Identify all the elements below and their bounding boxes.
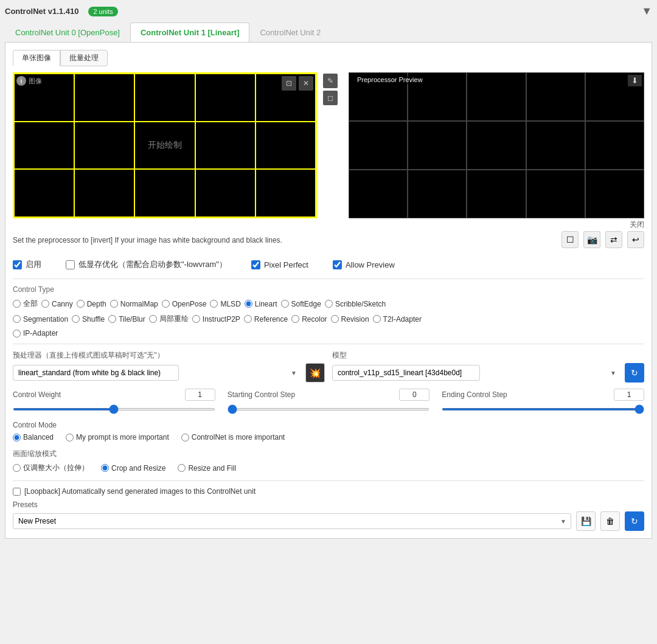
clear-canvas-btn[interactable]: ⊡ xyxy=(282,76,296,91)
preview-download-btn[interactable]: ⬇ xyxy=(628,75,642,86)
radio-lineart[interactable]: Lineart xyxy=(245,299,277,309)
app-title: ControlNet v1.1.410 xyxy=(5,7,78,16)
radio-softedge-input[interactable] xyxy=(281,300,289,308)
radio-scribble[interactable]: Scribble/Sketch xyxy=(325,299,386,309)
resize-crop-input[interactable] xyxy=(101,464,109,472)
tab-unit0[interactable]: ControlNet Unit 0 [OpenPose] xyxy=(5,23,130,42)
canvas-cell xyxy=(195,169,255,217)
starting-step-slider[interactable] xyxy=(228,408,430,410)
radio-recolor[interactable]: Recolor xyxy=(291,314,327,324)
remove-canvas-btn[interactable]: ✕ xyxy=(299,76,313,91)
eraser-tool-btn[interactable]: ◻ xyxy=(323,91,338,105)
mode-prompt-more[interactable]: My prompt is more important xyxy=(66,433,169,441)
canvas-cell xyxy=(195,122,255,170)
download-icon[interactable]: ⬇ xyxy=(628,75,642,86)
radio-depth[interactable]: Depth xyxy=(77,299,106,309)
radio-t2i-input[interactable] xyxy=(373,315,381,323)
mode-controlnet-more[interactable]: ControlNet is more important xyxy=(181,433,285,441)
radio-segmentation[interactable]: Segmentation xyxy=(13,314,68,324)
lowvram-checkbox[interactable] xyxy=(66,260,75,269)
resize-fill[interactable]: Resize and Fill xyxy=(178,463,236,473)
radio-openpose[interactable]: OpenPose xyxy=(162,299,207,309)
loopback-label[interactable]: [Loopback] Automatically send generated … xyxy=(13,487,255,496)
resize-crop[interactable]: Crop and Resize xyxy=(101,463,165,473)
turn-icon-btn[interactable]: ↩ xyxy=(627,231,644,248)
pixel-perfect-checkbox[interactable] xyxy=(251,260,260,269)
tab-unit1[interactable]: ControlNet Unit 1 [Lineart] xyxy=(130,23,250,42)
pixel-perfect-checkbox-item[interactable]: Pixel Perfect xyxy=(251,260,308,269)
header-dropdown-arrow[interactable]: ▼ xyxy=(641,5,652,18)
radio-openpose-input[interactable] xyxy=(162,300,170,308)
enable-checkbox[interactable] xyxy=(13,260,22,269)
canvas-side-tools: ✎ ◻ xyxy=(323,74,338,105)
radio-shuffle-input[interactable] xyxy=(72,315,80,323)
tab-unit2[interactable]: ControlNet Unit 2 xyxy=(249,23,331,42)
model-refresh-btn[interactable]: ↻ xyxy=(625,363,644,383)
preprocessor-select-wrapper: lineart_standard (from white bg & black … xyxy=(13,365,302,381)
new-canvas-icon-btn[interactable]: ☐ xyxy=(561,231,579,248)
swap-icon-btn[interactable]: ⇄ xyxy=(605,231,622,248)
radio-segmentation-input[interactable] xyxy=(13,315,21,323)
mode-balanced[interactable]: Balanced xyxy=(13,433,54,441)
radio-revision-input[interactable] xyxy=(331,315,339,323)
lowvram-checkbox-item[interactable]: 低显存优化（需配合启动参数"-lowvram"） xyxy=(66,259,227,270)
radio-instructp2p-input[interactable] xyxy=(192,315,200,323)
radio-tile[interactable]: Tile/Blur xyxy=(108,314,145,324)
ending-step-slider[interactable] xyxy=(442,408,644,410)
presets-refresh-btn[interactable]: ↻ xyxy=(625,511,644,531)
control-weight-slider[interactable] xyxy=(13,408,215,410)
loopback-checkbox[interactable] xyxy=(13,488,21,496)
radio-local-repaint[interactable]: 局部重绘 xyxy=(149,314,189,324)
radio-normalmap-input[interactable] xyxy=(110,300,118,308)
radio-all-input[interactable] xyxy=(13,300,21,308)
radio-instructp2p[interactable]: InstructP2P xyxy=(192,314,240,324)
sub-tab-single[interactable]: 单张图像 xyxy=(13,50,60,66)
resize-label: 画面缩放模式 xyxy=(13,449,644,459)
radio-softedge[interactable]: SoftEdge xyxy=(281,299,321,309)
pencil-tool-btn[interactable]: ✎ xyxy=(323,74,338,88)
mode-prompt-more-input[interactable] xyxy=(66,434,74,441)
resize-fill-input[interactable] xyxy=(178,464,186,472)
radio-shuffle[interactable]: Shuffle xyxy=(72,314,105,324)
radio-reference[interactable]: Reference xyxy=(244,314,288,324)
camera-icon-btn[interactable]: 📷 xyxy=(583,231,600,248)
enable-checkbox-item[interactable]: 启用 xyxy=(13,259,41,270)
radio-normalmap[interactable]: NormalMap xyxy=(110,299,158,309)
resize-just-input[interactable] xyxy=(13,464,21,472)
radio-t2i[interactable]: T2I-Adapter xyxy=(373,314,422,324)
model-select[interactable]: control_v11p_sd15_lineart [43d4be0d] xyxy=(332,365,480,381)
resize-just[interactable]: 仅调整大小（拉伸） xyxy=(13,463,89,473)
radio-tile-input[interactable] xyxy=(108,315,116,323)
radio-reference-input[interactable] xyxy=(244,315,252,323)
radio-depth-input[interactable] xyxy=(77,300,85,308)
fire-btn[interactable]: 💥 xyxy=(305,363,325,383)
hint-action-row: Set the preprocessor to [invert] If your… xyxy=(13,231,644,254)
radio-mlsd-input[interactable] xyxy=(210,300,218,308)
mode-controlnet-more-input[interactable] xyxy=(181,434,189,441)
radio-canny[interactable]: Canny xyxy=(41,299,73,309)
mode-balanced-input[interactable] xyxy=(13,434,21,441)
presets-select[interactable]: New Preset xyxy=(13,513,571,529)
allow-preview-checkbox[interactable] xyxy=(333,260,342,269)
radio-ip-adapter[interactable]: IP-Adapter xyxy=(13,329,58,338)
preview-close-btn[interactable]: 关闭 xyxy=(630,220,644,230)
allow-preview-checkbox-item[interactable]: Allow Preview xyxy=(333,260,395,269)
radio-recolor-input[interactable] xyxy=(291,315,299,323)
radio-lineart-input[interactable] xyxy=(245,300,252,308)
preprocessor-select[interactable]: lineart_standard (from white bg & black … xyxy=(13,365,179,381)
model-label: 模型 xyxy=(332,350,644,361)
radio-local-repaint-input[interactable] xyxy=(149,315,157,323)
radio-canny-input[interactable] xyxy=(41,300,49,308)
radio-revision[interactable]: Revision xyxy=(331,314,369,324)
canvas-container: i 图像 xyxy=(13,72,317,231)
preview-cell xyxy=(526,170,585,218)
presets-trash-btn[interactable]: 🗑 xyxy=(600,511,620,531)
canvas-wrapper[interactable]: i 图像 xyxy=(13,72,317,218)
sub-tab-batch[interactable]: 批量处理 xyxy=(60,50,108,66)
presets-save-btn[interactable]: 💾 xyxy=(576,511,596,531)
radio-ip-adapter-input[interactable] xyxy=(13,330,21,338)
divider3 xyxy=(13,480,644,481)
radio-scribble-input[interactable] xyxy=(325,300,333,308)
radio-all[interactable]: 全部 xyxy=(13,299,38,309)
radio-mlsd[interactable]: MLSD xyxy=(210,299,240,309)
